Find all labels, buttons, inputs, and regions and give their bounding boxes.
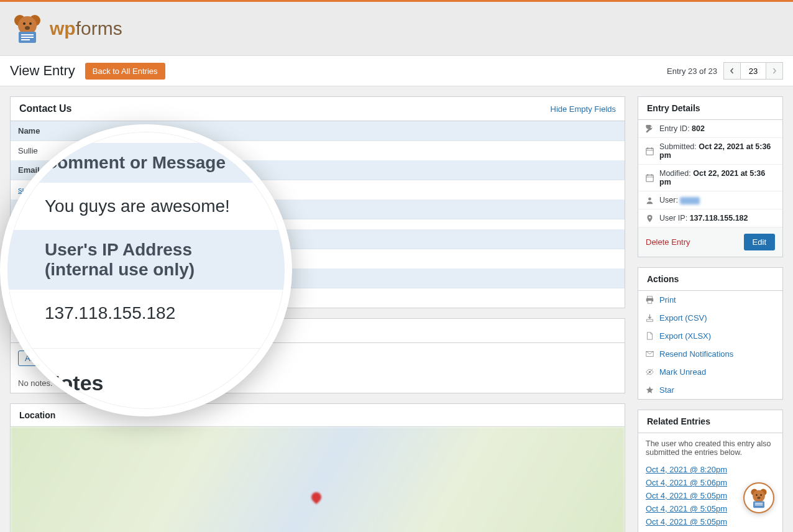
page-header-bar: View Entry Back to All Entries Entry 23 …	[0, 56, 793, 86]
mag-notes-heading: Notes	[45, 349, 260, 395]
actions-panel: Actions Print Export (CSV) Export (XLSX)…	[638, 267, 783, 400]
right-column: Entry Details Entry ID: 802 Submitted: O…	[638, 96, 783, 532]
map-pin-icon	[309, 490, 324, 504]
svg-rect-33	[755, 503, 763, 503]
pager-next-button[interactable]	[766, 62, 783, 80]
pager-current-input[interactable]	[741, 62, 766, 80]
actions-title: Actions	[647, 274, 679, 284]
file-icon	[646, 332, 654, 340]
svg-rect-10	[646, 148, 653, 155]
user-icon	[646, 196, 654, 204]
related-entries-panel: Related Entries The user who created thi…	[638, 410, 783, 532]
detail-entry-id: Entry ID: 802	[638, 120, 782, 138]
related-entry-link[interactable]: Oct 4, 2021 @ 8:20pm	[646, 465, 727, 474]
svg-point-18	[648, 197, 651, 200]
svg-point-3	[23, 22, 25, 25]
entry-details-panel: Entry Details Entry ID: 802 Submitted: O…	[638, 96, 783, 257]
back-to-entries-button[interactable]: Back to All Entries	[85, 63, 165, 80]
calendar-icon	[646, 147, 654, 155]
logo-bear-icon	[10, 13, 45, 44]
magnifier-overlay: Comment or Message You guys are awesome!…	[0, 124, 292, 416]
entry-counter-label: Entry 23 of 23	[667, 66, 717, 76]
location-panel: Location	[10, 403, 625, 532]
svg-rect-19	[647, 296, 652, 298]
svg-rect-8	[21, 37, 34, 38]
svg-rect-34	[755, 505, 763, 505]
svg-rect-22	[647, 319, 653, 321]
logo-text: wpforms	[50, 18, 122, 39]
chevron-right-icon	[771, 68, 777, 74]
form-name-title: Contact Us	[19, 103, 71, 114]
page-title: View Entry	[10, 63, 75, 79]
help-widget-button[interactable]	[743, 482, 774, 513]
related-entry-link[interactable]: Oct 4, 2021 @ 5:05pm	[646, 517, 727, 526]
related-title: Related Entries	[647, 416, 710, 426]
svg-rect-9	[21, 39, 30, 40]
related-entry-link[interactable]: Oct 4, 2021 @ 5:05pm	[646, 504, 727, 513]
location-map[interactable]	[11, 427, 625, 532]
svg-rect-14	[646, 175, 653, 181]
related-entry-link[interactable]: Oct 4, 2021 @ 5:05pm	[646, 491, 727, 500]
export-icon	[646, 314, 654, 322]
action-export-xlsx[interactable]: Export (XLSX)	[638, 327, 782, 345]
detail-user: User:	[638, 191, 782, 209]
hide-empty-fields-link[interactable]: Hide Empty Fields	[551, 104, 616, 114]
calendar-icon	[646, 174, 654, 182]
svg-point-31	[757, 497, 760, 499]
svg-line-25	[647, 369, 653, 375]
user-name-blurred	[680, 197, 700, 204]
location-pin-icon	[646, 214, 654, 222]
entry-pager	[723, 62, 783, 80]
edit-entry-button[interactable]: Edit	[744, 234, 775, 250]
svg-point-28	[753, 490, 765, 502]
related-entry-link[interactable]: Oct 4, 2021 @ 5:06pm	[646, 478, 727, 487]
star-icon	[646, 386, 654, 394]
svg-point-30	[760, 494, 762, 496]
app-header: wpforms	[0, 2, 793, 56]
action-star[interactable]: Star	[638, 381, 782, 399]
mag-field-value: 137.118.155.182	[45, 290, 260, 337]
wpforms-logo: wpforms	[10, 13, 122, 44]
entry-details-title: Entry Details	[647, 103, 700, 113]
detail-submitted: Submitted: Oct 22, 2021 at 5:36 pm	[638, 138, 782, 165]
action-print[interactable]: Print	[638, 291, 782, 309]
action-resend-notifications[interactable]: Resend Notifications	[638, 345, 782, 363]
detail-modified: Modified: Oct 22, 2021 at 5:36 pm	[638, 165, 782, 191]
pager-prev-button[interactable]	[723, 62, 741, 80]
key-icon	[646, 125, 654, 133]
eye-slash-icon	[646, 368, 654, 376]
mag-field-label: User's IP Address (internal use only)	[7, 230, 285, 290]
envelope-icon	[646, 350, 654, 358]
action-export-csv[interactable]: Export (CSV)	[638, 309, 782, 327]
svg-rect-21	[648, 300, 652, 303]
action-mark-unread[interactable]: Mark Unread	[638, 363, 782, 381]
mag-field-value: You guys are awesome!	[45, 183, 260, 230]
svg-point-4	[29, 22, 32, 25]
svg-point-5	[25, 26, 30, 30]
location-title: Location	[19, 410, 55, 420]
print-icon	[646, 296, 654, 304]
related-desc: The user who created this entry also sub…	[638, 433, 782, 463]
delete-entry-link[interactable]: Delete Entry	[646, 237, 690, 247]
svg-rect-7	[21, 34, 34, 35]
chevron-left-icon	[729, 68, 735, 74]
svg-point-29	[756, 494, 758, 496]
bear-help-icon	[748, 487, 770, 509]
detail-user-ip: User IP: 137.118.155.182	[638, 209, 782, 227]
